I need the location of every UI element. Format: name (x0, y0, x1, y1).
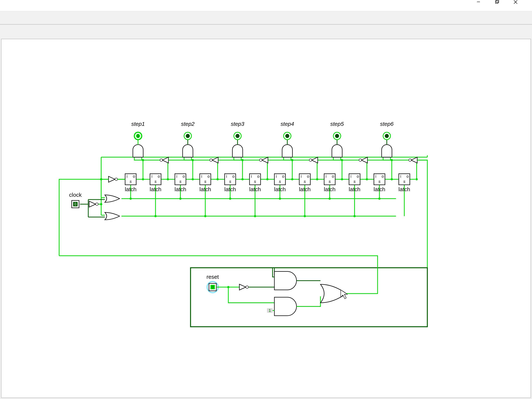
step4-led[interactable]: 0 (284, 132, 291, 140)
svg-point-43 (210, 159, 212, 161)
svg-text:s: s (304, 179, 306, 184)
svg-text:s: s (354, 179, 356, 184)
svg-point-37 (366, 178, 368, 180)
svg-text:0: 0 (236, 134, 239, 138)
svg-point-16 (329, 198, 331, 200)
step1-led[interactable]: 1 (134, 132, 142, 140)
svg-text:latch: latch (374, 186, 385, 192)
svg-text:latch: latch (324, 186, 336, 192)
svg-text:latch: latch (199, 186, 211, 192)
svg-text:1: 1 (137, 134, 139, 138)
svg-point-9 (154, 215, 157, 217)
reset-and-lower (274, 297, 297, 316)
svg-point-8 (130, 198, 132, 200)
clock-buffer (89, 201, 98, 207)
svg-text:0: 0 (386, 134, 388, 138)
svg-rect-1 (495, 1, 498, 3)
svg-text:i: i (375, 174, 376, 179)
svg-text:s: s (279, 179, 281, 184)
svg-text:latch: latch (175, 186, 186, 192)
latch-1[interactable]: ioslatch (125, 174, 136, 192)
titlebar (0, 0, 532, 11)
svg-text:latch: latch (150, 186, 161, 192)
svg-text:o: o (232, 174, 234, 179)
svg-text:0: 0 (336, 134, 338, 138)
svg-point-19 (142, 178, 144, 180)
svg-point-45 (309, 159, 312, 161)
svg-text:o: o (257, 174, 260, 179)
svg-point-18 (378, 198, 380, 200)
svg-point-23 (192, 178, 194, 180)
svg-point-145 (227, 286, 229, 288)
input-not-gate (108, 176, 118, 182)
svg-text:s: s (229, 179, 231, 184)
svg-text:o: o (307, 174, 309, 179)
latch-2[interactable]: ioslatch (150, 174, 161, 192)
svg-text:o: o (208, 174, 210, 179)
svg-text:latch: latch (299, 186, 310, 192)
step-leds: 1 step1 0 step2 0 step3 0 step4 (131, 121, 394, 140)
svg-text:s: s (254, 179, 256, 184)
svg-text:i: i (176, 174, 177, 179)
latch-10[interactable]: ioslatch (349, 174, 360, 192)
latch-7[interactable]: ioslatch (274, 174, 286, 192)
circuit-diagram: 1 step1 0 step2 0 step3 0 step4 (1, 39, 531, 398)
step1-label: step1 (131, 121, 145, 127)
svg-text:latch: latch (224, 186, 236, 192)
latch-4[interactable]: ioslatch (199, 174, 211, 192)
svg-point-35 (341, 178, 343, 180)
reset-block-frame (190, 268, 427, 327)
close-icon (513, 0, 532, 10)
reset-input[interactable]: reset 0 (206, 274, 219, 293)
step5-label: step5 (330, 121, 344, 127)
close-button[interactable] (513, 0, 532, 10)
latch-12[interactable]: ioslatch (399, 174, 410, 192)
svg-point-47 (409, 159, 411, 161)
latch-11[interactable]: ioslatch (374, 174, 385, 192)
latch-3[interactable]: ioslatch (175, 174, 186, 192)
svg-text:i: i (326, 174, 326, 179)
svg-rect-2 (496, 0, 499, 3)
step4-label: step4 (280, 121, 294, 127)
minimize-button[interactable] (477, 0, 495, 10)
application-window: 1 step1 0 step2 0 step3 0 step4 (0, 0, 532, 399)
svg-text:o: o (382, 174, 384, 179)
step3-led[interactable]: 0 (234, 132, 241, 140)
svg-point-14 (279, 198, 281, 200)
step6-led[interactable]: 0 (383, 132, 391, 140)
svg-point-21 (167, 178, 169, 180)
svg-point-31 (291, 178, 293, 180)
svg-text:o: o (133, 174, 135, 179)
latch-6[interactable]: ioslatch (249, 174, 261, 192)
step5-led[interactable]: 0 (333, 132, 341, 140)
latch-5[interactable]: ioslatch (224, 174, 236, 192)
svg-text:1: 1 (269, 308, 271, 313)
svg-point-13 (254, 215, 256, 217)
svg-point-12 (229, 198, 231, 200)
step3-label: step3 (231, 121, 245, 127)
or-gate-lower (105, 212, 120, 220)
step2-led[interactable]: 0 (184, 132, 191, 140)
svg-text:o: o (332, 174, 334, 179)
svg-text:s: s (204, 179, 206, 184)
circuit-canvas[interactable]: 1 step1 0 step2 0 step3 0 step4 (1, 39, 531, 398)
step6-label: step6 (380, 121, 394, 127)
maximize-button[interactable] (495, 0, 513, 10)
latch-9[interactable]: ioslatch (324, 174, 336, 192)
maximize-icon (495, 0, 513, 10)
svg-text:i: i (276, 174, 277, 179)
step2-label: step2 (181, 121, 195, 127)
svg-point-29 (266, 178, 268, 180)
svg-text:o: o (282, 174, 284, 179)
svg-point-41 (416, 178, 418, 180)
reset-not-gate (239, 284, 248, 290)
clock-input[interactable]: clock 0 (69, 192, 82, 208)
svg-text:i: i (201, 174, 202, 179)
svg-text:i: i (152, 174, 152, 179)
svg-text:latch: latch (274, 186, 286, 192)
svg-text:o: o (406, 174, 409, 179)
svg-text:i: i (400, 174, 401, 179)
svg-text:i: i (301, 174, 302, 179)
svg-text:clock: clock (69, 192, 82, 198)
latch-8[interactable]: ioslatch (299, 174, 310, 192)
